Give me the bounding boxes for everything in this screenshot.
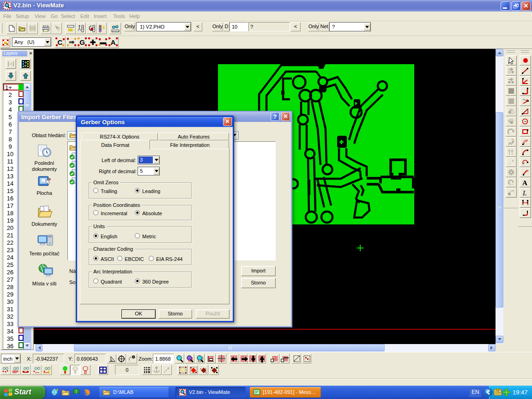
svg-text:a: a [205, 371, 207, 374]
svg-text:s: s [200, 367, 201, 370]
svg-text:?: ? [57, 26, 60, 32]
svg-text:A: A [522, 179, 527, 186]
svg-text:s: s [205, 367, 206, 370]
svg-text:L: L [522, 189, 526, 196]
